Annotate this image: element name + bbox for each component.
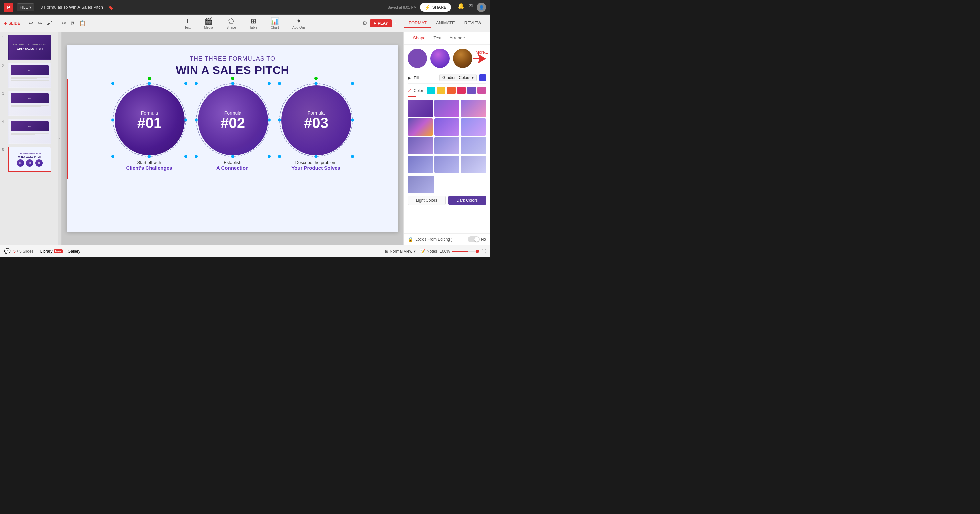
gradient-swatch-8[interactable]: [434, 137, 460, 154]
formula-item-2[interactable]: Formula #02: [196, 83, 269, 171]
chart-tool[interactable]: 📊 Chart: [268, 16, 282, 31]
lock-toggle[interactable]: No: [468, 236, 486, 242]
tab-review[interactable]: REVIEW: [460, 19, 486, 28]
color-swatch-gradient[interactable]: [430, 49, 450, 68]
media-tool[interactable]: 🎬 Media: [201, 16, 216, 31]
tab-animate[interactable]: ANIMATE: [431, 19, 460, 28]
fill-row: ▶ Fill Gradient Colors ▾: [408, 72, 486, 84]
tab-shape[interactable]: Shape: [409, 32, 430, 45]
addons-tool[interactable]: ✦ Add-Ons: [290, 16, 308, 31]
plus-icon: +: [4, 20, 7, 26]
color-swatch-purple[interactable]: [408, 49, 427, 68]
slide-canvas: THE THREE FORMULAS TO WIN A SALES PITCH …: [67, 45, 398, 232]
gradient-swatch-2[interactable]: [434, 100, 460, 117]
color-bar-yellow[interactable]: [437, 87, 445, 94]
zoom-slider[interactable]: [452, 251, 479, 252]
gradient-swatch-1[interactable]: [408, 100, 433, 117]
lock-label: Lock ( From Editing ): [415, 237, 452, 242]
circle-1-desc-bottom: Client's Challenges: [126, 165, 172, 171]
gradient-swatch-12[interactable]: [461, 156, 486, 173]
color-bar-pink[interactable]: [477, 87, 486, 94]
slide-number-1: 1: [2, 36, 6, 40]
light-colors-button[interactable]: Light Colors: [408, 196, 445, 205]
gradient-swatch-10[interactable]: [408, 156, 433, 173]
gradient-swatch-9[interactable]: [461, 137, 486, 154]
shape-tool[interactable]: ⬠ Shape: [224, 16, 239, 31]
toolbar-divider-1: [24, 19, 24, 28]
gradient-swatch-6[interactable]: [461, 118, 486, 136]
view-caret: ▾: [414, 249, 416, 254]
dark-colors-button[interactable]: Dark Colors: [448, 196, 486, 205]
scissors-button[interactable]: ✂: [60, 19, 67, 28]
table-tool[interactable]: ⊞ Table: [247, 16, 260, 31]
formula-item-1[interactable]: Formula #01: [113, 83, 186, 171]
slide-thumbnail-4[interactable]: 4 #03: [2, 119, 56, 144]
formula-item-3[interactable]: Formula #03: [279, 83, 353, 171]
total-slides: 5 Slides: [19, 249, 33, 254]
circle-3-number: #03: [304, 116, 328, 130]
toolbar-right: ⚙ ▶ PLAY ▾ FORMAT ANIMATE REVIEW: [362, 19, 486, 28]
tab-text[interactable]: Text: [430, 32, 445, 45]
undo-button[interactable]: ↩: [27, 19, 34, 28]
add-slide-button[interactable]: + SLIDE: [4, 20, 20, 26]
view-mode-button[interactable]: ⊞ Normal View ▾: [385, 249, 416, 254]
notifications-icon[interactable]: 🔔: [458, 3, 465, 12]
settings-icon[interactable]: ⚙: [362, 20, 367, 26]
circle-2-desc-top: Establish: [216, 160, 249, 165]
fill-color-preview[interactable]: [479, 74, 486, 81]
share-button[interactable]: ⚡ SHARE: [420, 3, 451, 12]
color-bar-orange[interactable]: [447, 87, 455, 94]
color-bar-purple[interactable]: [467, 87, 476, 94]
tab-format[interactable]: FORMAT: [404, 19, 431, 28]
slide-title: WIN A SALES PITCH: [176, 64, 289, 77]
redo-button[interactable]: ↪: [37, 19, 43, 28]
fill-label: Fill: [414, 75, 419, 80]
circle-2: Formula #02: [198, 85, 268, 155]
color-check-icon: ✓: [408, 88, 412, 93]
gradient-swatch-3[interactable]: [461, 100, 486, 117]
play-button[interactable]: ▶ PLAY: [370, 19, 392, 27]
color-bar-red[interactable]: [457, 87, 466, 94]
paste-button[interactable]: 📋: [78, 19, 87, 28]
gradient-swatch-4[interactable]: [408, 118, 433, 136]
gradient-swatch-5[interactable]: [434, 118, 460, 136]
library-gallery-divider: |: [65, 249, 66, 254]
fullscreen-icon[interactable]: ⛶: [481, 249, 486, 254]
tab-arrange[interactable]: Arrange: [445, 32, 469, 45]
user-avatar[interactable]: 👤: [477, 3, 486, 12]
gradient-swatch-11[interactable]: [434, 156, 460, 173]
file-menu-button[interactable]: FILE ▾: [17, 3, 34, 11]
fill-type-caret: ▾: [472, 75, 474, 80]
chart-label: Chart: [270, 25, 278, 29]
text-tool[interactable]: T Text: [182, 16, 193, 31]
zoom-slider-thumb[interactable]: [476, 250, 479, 253]
slide-preview-5: THE THREE FORMULAS TO WIN A SALES PITCH …: [8, 146, 51, 172]
mail-icon[interactable]: ✉: [468, 3, 473, 12]
gradient-swatch-7[interactable]: [408, 137, 433, 154]
play-caret-button[interactable]: ▾: [392, 20, 398, 27]
color-section: ✓ Color: [408, 87, 486, 94]
slide-thumbnail-5[interactable]: 5 THE THREE FORMULAS TO WIN A SALES PITC…: [2, 146, 56, 172]
lock-toggle-label: No: [481, 237, 486, 242]
paint-button[interactable]: 🖌: [45, 19, 53, 28]
gallery-button[interactable]: Gallery: [68, 249, 80, 254]
notes-button[interactable]: 📝 Notes: [420, 249, 437, 254]
gradient-swatch-13[interactable]: [408, 176, 434, 193]
library-badge: New: [54, 249, 63, 253]
color-swatch-brown[interactable]: [453, 49, 473, 68]
fill-expand-icon[interactable]: ▶: [408, 75, 411, 80]
panel-collapse-button[interactable]: ‹: [58, 32, 62, 245]
slide-thumbnail-3[interactable]: 3 #02: [2, 91, 56, 116]
slide-thumbnail-2[interactable]: 2 #01: [2, 63, 56, 88]
slide-thumbnail-1[interactable]: 1 THE THREE FORMULAS TO WIN A SALES PITC…: [2, 35, 56, 60]
slide-subtitle: THE THREE FORMULAS TO: [190, 55, 275, 62]
top-bar: P FILE ▾ 3 Formulas To Win A Sales Pitch…: [0, 0, 490, 15]
color-bar-teal[interactable]: [427, 87, 435, 94]
fill-type-dropdown[interactable]: Gradient Colors ▾: [439, 74, 477, 81]
slide-counter: 5 / 5 Slides: [13, 249, 33, 254]
library-button[interactable]: Library New: [40, 249, 63, 254]
copy-button[interactable]: ⧉: [69, 19, 76, 28]
chat-icon[interactable]: 💬: [4, 248, 11, 254]
share-label: SHARE: [432, 5, 446, 10]
lock-toggle-track[interactable]: [468, 236, 480, 242]
